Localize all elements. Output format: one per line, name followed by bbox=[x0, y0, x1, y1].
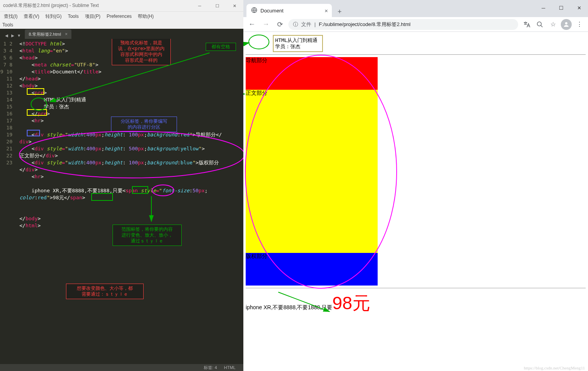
tab-close-icon[interactable]: × bbox=[324, 7, 328, 14]
menu-icon[interactable]: ⋮ bbox=[574, 19, 585, 30]
rendered-pre: HTML从入门到精通 学员：张杰 bbox=[273, 35, 323, 52]
sublime-menubar: 查找(I) 查看(V) 转到(G) Tools 项目(P) Preference… bbox=[0, 12, 243, 21]
info-icon: ⓘ bbox=[293, 21, 298, 28]
rendered-nav-div: 导航部分 bbox=[246, 57, 378, 90]
highlight-span-open bbox=[132, 186, 148, 194]
close-button[interactable]: ✕ bbox=[570, 2, 588, 14]
sublime-window-title: code\8.常用标签2.html (project) - Sublime Te… bbox=[3, 2, 99, 9]
highlight-pre-open bbox=[27, 88, 44, 95]
maximize-button[interactable]: ☐ bbox=[208, 0, 226, 12]
svg-point-6 bbox=[537, 22, 541, 26]
tab-nav-back-icon[interactable]: ◀ bbox=[4, 33, 9, 39]
editor-tab-label: 8.常用标签2.html bbox=[29, 31, 61, 37]
svg-point-9 bbox=[249, 35, 269, 49]
profile-avatar[interactable] bbox=[561, 19, 572, 30]
rendered-foot-div: 版权部分 bbox=[246, 253, 378, 286]
close-button[interactable]: ✕ bbox=[226, 0, 243, 12]
back-button[interactable]: ← bbox=[246, 19, 257, 30]
toolbar-label[interactable]: Tools bbox=[2, 22, 13, 28]
annotation-blue-mid: 分区标签，将你要编写 的内容进行分区 bbox=[111, 117, 177, 132]
browser-tab-title: Document bbox=[260, 8, 283, 14]
rendered-hr-2 bbox=[246, 288, 586, 288]
svg-point-8 bbox=[565, 22, 567, 24]
url-path: F:/sublime/project/code/8.常用标签2.html bbox=[319, 21, 410, 28]
browser-tab[interactable]: Document × bbox=[246, 4, 332, 17]
annotation-green-low: 范围标签，将你要的内容 进行变色、放大、放小， 通过ｓｔｙｌｅ bbox=[113, 225, 182, 246]
minimize-button[interactable]: ─ bbox=[191, 0, 208, 12]
annotation-red-low: 想要改变颜色、大小等，都 需要通过：ｓｔｙｌｅ bbox=[66, 284, 144, 299]
rendered-iphone-line: iphone XR,不要8888,不要1888,只要98元 bbox=[246, 291, 586, 315]
menu-item[interactable]: 项目(P) bbox=[83, 12, 103, 21]
editor-tab[interactable]: 8.常用标签2.html × bbox=[25, 30, 71, 39]
sublime-tabbar: ◀ ▶ ▼ 8.常用标签2.html × bbox=[0, 29, 243, 39]
sublime-window: code\8.常用标签2.html (project) - Sublime Te… bbox=[0, 0, 243, 371]
bookmark-icon[interactable]: ☆ bbox=[548, 19, 559, 30]
status-syntax[interactable]: HTML bbox=[224, 365, 236, 370]
chrome-tabbar: Document × + ─ ☐ ✕ bbox=[243, 3, 588, 17]
highlight-div bbox=[27, 130, 40, 136]
search-icon[interactable] bbox=[534, 19, 545, 30]
editor-area[interactable]: 1 2 3 4 5 6 7 8 9 10 11 12 13 14 15 16 1… bbox=[0, 39, 243, 364]
csdn-watermark: https://blog.csdn.net/ChengMeng11 bbox=[524, 366, 585, 370]
sublime-titlebar: code\8.常用标签2.html (project) - Sublime Te… bbox=[0, 0, 243, 12]
menu-item[interactable]: 转到(G) bbox=[43, 12, 64, 21]
iphone-text: iphone XR,不要8888,不要1888,只要 bbox=[246, 304, 332, 310]
annotation-green-small-label: 都有空格 bbox=[206, 43, 236, 51]
menu-item[interactable]: 查看(V) bbox=[21, 12, 42, 21]
menu-item[interactable]: 帮助(H) bbox=[135, 12, 156, 21]
price-span: 98元 bbox=[332, 293, 370, 313]
sublime-toolbar: Tools bbox=[0, 21, 243, 29]
menu-item[interactable]: Preferences bbox=[104, 13, 134, 20]
annotation-red-top: 预格式化标签，就是 说，在<pre>里面的内 容形式和网页中的内 容形式是一样的 bbox=[112, 39, 171, 65]
chrome-toolbar: ← → ⟳ ⓘ 文件 | F:/sublime/project/code/8.常… bbox=[243, 17, 588, 32]
svg-line-7 bbox=[541, 25, 543, 27]
chrome-window: Document × + ─ ☐ ✕ ← → ⟳ ⓘ 文件 | F:/sub bbox=[243, 0, 588, 371]
menu-item[interactable]: 查找(I) bbox=[2, 12, 20, 21]
code-content[interactable]: <!DOCTYPE html> <html lang="en"> <head> … bbox=[16, 39, 243, 364]
maximize-button[interactable]: ☐ bbox=[552, 2, 570, 14]
translate-icon[interactable] bbox=[521, 19, 532, 30]
browser-viewport[interactable]: HTML从入门到精通 学员：张杰 导航部分 正文部分 版权部分 iphone X… bbox=[243, 32, 588, 371]
tab-nav-fwd-icon[interactable]: ▶ bbox=[10, 33, 16, 39]
new-tab-button[interactable]: + bbox=[334, 6, 345, 17]
line-number-gutter: 1 2 3 4 5 6 7 8 9 10 11 12 13 14 15 16 1… bbox=[0, 39, 16, 364]
tab-nav-down-icon[interactable]: ▼ bbox=[16, 33, 22, 39]
address-bar[interactable]: ⓘ 文件 | F:/sublime/project/code/8.常用标签2.h… bbox=[288, 19, 518, 30]
rendered-hr-1 bbox=[246, 54, 586, 55]
minimize-button[interactable]: ─ bbox=[534, 2, 552, 14]
tab-close-icon[interactable]: × bbox=[65, 31, 68, 37]
svg-line-11 bbox=[243, 43, 249, 47]
highlight-span-close bbox=[91, 193, 113, 201]
status-tabsize[interactable]: 标签: 4 bbox=[204, 365, 217, 371]
sublime-statusbar: 标签: 4 HTML bbox=[0, 364, 243, 371]
forward-button[interactable]: → bbox=[260, 19, 271, 30]
url-prefix: 文件 bbox=[301, 21, 311, 28]
reload-button[interactable]: ⟳ bbox=[274, 19, 285, 30]
menu-item[interactable]: Tools bbox=[66, 13, 81, 20]
globe-icon bbox=[251, 7, 257, 14]
highlight-pre-close bbox=[27, 109, 47, 116]
rendered-main-div: 正文部分 bbox=[246, 90, 378, 253]
